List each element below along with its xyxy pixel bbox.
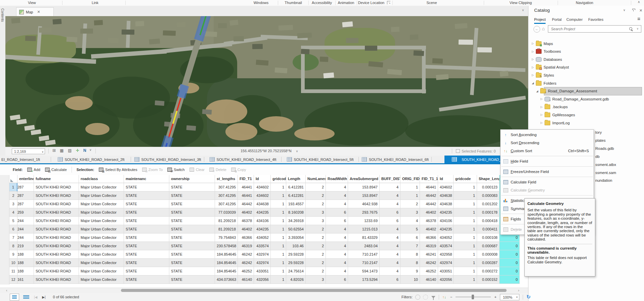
cell[interactable]: 4: [380, 242, 400, 250]
cell[interactable]: Major Urban Collector: [79, 191, 124, 200]
cell[interactable]: 4: [380, 233, 400, 242]
cell[interactable]: 0: [500, 250, 520, 259]
selection-grid-icon[interactable]: ▨: [68, 148, 72, 153]
cell[interactable]: 6.412281: [286, 183, 306, 191]
cell[interactable]: STATE: [169, 183, 215, 191]
cell[interactable]: 434235: [254, 208, 271, 217]
cell[interactable]: 432958: [438, 250, 454, 259]
scroll-right-icon[interactable]: ›: [518, 288, 519, 292]
column-header-ORIG_FID[interactable]: ORIG_FID: [400, 175, 420, 183]
cell[interactable]: 8.160208: [286, 208, 306, 217]
cell[interactable]: STATE: [169, 208, 215, 217]
cell[interactable]: 434235: [254, 225, 271, 233]
field-calculate-button[interactable]: ▤Calculate: [45, 168, 67, 172]
cell[interactable]: 0.000083: [477, 191, 500, 200]
row-number[interactable]: 9: [9, 250, 17, 259]
table-row-7[interactable]: 7244SOUTH KIHEI ROADMajor Urban Collecto…: [9, 233, 520, 242]
cell[interactable]: 153.8947: [348, 183, 380, 191]
cell[interactable]: 1: [271, 242, 286, 250]
cell[interactable]: 4: [380, 225, 400, 233]
zoom-in-icon[interactable]: +: [494, 295, 496, 299]
table-row-3[interactable]: 3287SOUTH KIHEI ROADMajor Urban Collecto…: [9, 200, 520, 208]
cell[interactable]: STATE: [169, 225, 215, 233]
cell[interactable]: 2: [400, 200, 420, 208]
cell[interactable]: 4: [326, 183, 348, 191]
cell[interactable]: 1: [271, 259, 286, 267]
cell[interactable]: 0: [500, 259, 520, 267]
cell[interactable]: 432974: [438, 259, 454, 267]
column-header-ownership[interactable]: ownership: [169, 175, 215, 183]
cell[interactable]: 4: [326, 242, 348, 250]
cell[interactable]: SOUTH KIHEI ROAD: [34, 208, 79, 217]
cell[interactable]: Major Urban Collector: [79, 225, 124, 233]
table-view-button[interactable]: [10, 294, 19, 301]
cell[interactable]: 173.5294: [348, 275, 380, 284]
table-row-11[interactable]: 11188SOUTH KIHEI ROADMajor Urban Collect…: [9, 267, 520, 275]
cell[interactable]: 79.754843: [215, 233, 238, 242]
home-icon[interactable]: ⌂: [542, 26, 545, 31]
selection-switch-button[interactable]: ⇄Switch: [167, 168, 184, 172]
cell[interactable]: 432974: [254, 259, 271, 267]
expand-icon[interactable]: ▷: [540, 105, 543, 109]
cell[interactable]: 46378: [238, 217, 254, 225]
row-number[interactable]: 2: [9, 191, 17, 200]
field-add-button[interactable]: +Add: [27, 168, 40, 172]
cell[interactable]: 3.393054: [286, 233, 306, 242]
cell[interactable]: 4: [326, 259, 348, 267]
cell[interactable]: 184.854645: [215, 267, 238, 275]
column-header-RoadWidth[interactable]: RoadWidth: [326, 175, 348, 183]
table-row-10[interactable]: 10188SOUTH KIHEI ROADMajor Urban Collect…: [9, 259, 520, 267]
map-coordinates[interactable]: 156.4551125°W 20.7521558°N ∨: [241, 149, 298, 153]
ribbon-group-accessibility[interactable]: Accessibility: [312, 0, 332, 5]
cell[interactable]: 29.59228: [286, 250, 306, 259]
cell[interactable]: 184.854645: [215, 259, 238, 267]
cell[interactable]: 434638: [254, 200, 271, 208]
search-icon[interactable]: [629, 27, 632, 30]
menu-item-calculate-field[interactable]: Calculate Field: [501, 178, 594, 186]
column-header-Id[interactable]: Id: [254, 175, 271, 183]
cell[interactable]: 0.000008: [477, 250, 500, 259]
cell[interactable]: 434106: [438, 217, 454, 225]
back-icon[interactable]: ←: [533, 26, 540, 33]
cell[interactable]: 6.412281: [286, 191, 306, 200]
cell[interactable]: 46366: [238, 233, 254, 242]
expand-icon[interactable]: ▷: [531, 66, 534, 69]
expand-icon[interactable]: ▷: [531, 58, 534, 61]
cell[interactable]: 1: [271, 233, 286, 242]
cell[interactable]: 1: [454, 233, 477, 242]
table-tab-5[interactable]: SOUTH_KIHEI_ROAD_Intersect_5ft: [282, 156, 359, 163]
close-icon[interactable]: ✕: [639, 8, 642, 13]
cell[interactable]: 0: [500, 275, 520, 284]
catalog-item-toolboxes[interactable]: ▷Toolboxes: [528, 48, 644, 55]
cell[interactable]: 1: [454, 183, 477, 191]
cell[interactable]: 46242: [238, 250, 254, 259]
cell[interactable]: STATE: [169, 233, 215, 242]
cell[interactable]: STATE: [169, 242, 215, 250]
cell[interactable]: STATE: [124, 275, 169, 284]
cell[interactable]: 3: [306, 275, 326, 284]
catalog-item-road-damage-assessment-gdb[interactable]: ▷⌂Road_Damage_Assessment.gdb: [528, 95, 644, 103]
map-scale-dropdown[interactable]: 1:2,169 ▾: [12, 148, 45, 154]
cell[interactable]: 4: [326, 200, 348, 208]
ribbon-group-scene[interactable]: Scene: [426, 0, 437, 5]
cell[interactable]: 244: [17, 233, 34, 242]
menu-item-sort-descending[interactable]: ↓Sort Descending: [501, 139, 594, 147]
expand-icon[interactable]: ▷: [540, 113, 543, 116]
collapse-icon[interactable]: ◢: [531, 82, 534, 85]
cell[interactable]: 4: [380, 267, 400, 275]
cell[interactable]: 9: [400, 267, 420, 275]
cell[interactable]: 29.59228: [286, 259, 306, 267]
cell[interactable]: 46366: [420, 233, 438, 242]
cell[interactable]: SOUTH KIHEI ROAD: [34, 217, 79, 225]
cell[interactable]: SOUTH KIHEI ROAD: [34, 200, 79, 208]
chevron-down-icon[interactable]: ∨: [89, 148, 92, 152]
device-location-launcher-icon[interactable]: ↘: [387, 1, 390, 4]
column-header-FID_T1_1[interactable]: FID_T1_1: [420, 175, 438, 183]
cell[interactable]: 434602: [254, 191, 271, 200]
cell[interactable]: 4: [380, 250, 400, 259]
cell[interactable]: 6: [400, 233, 420, 242]
cell[interactable]: 0.000108: [477, 233, 500, 242]
column-header-BUFF_DIST[interactable]: BUFF_DIST: [380, 175, 400, 183]
sort-order-icon[interactable]: ↑↓: [442, 295, 446, 299]
contents-pane-collapsed-tab[interactable]: Contents: [0, 6, 6, 156]
